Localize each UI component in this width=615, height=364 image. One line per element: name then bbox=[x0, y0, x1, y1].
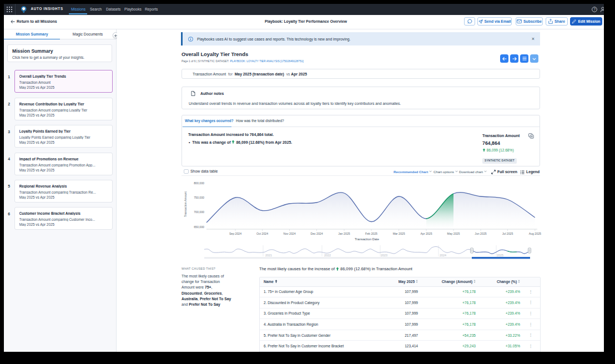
svg-text:2024: 2024 bbox=[440, 254, 446, 257]
svg-text:2025: 2025 bbox=[497, 254, 503, 257]
svg-text:700,000: 700,000 bbox=[194, 210, 204, 214]
svg-text:Jan 2025: Jan 2025 bbox=[338, 232, 350, 235]
svg-text:650,000: 650,000 bbox=[194, 225, 204, 229]
svg-text:May 2025: May 2025 bbox=[447, 232, 460, 235]
svg-text:Transaction Date: Transaction Date bbox=[355, 237, 379, 241]
svg-text:Jul 2025: Jul 2025 bbox=[502, 232, 513, 235]
svg-text:Mar 2025: Mar 2025 bbox=[393, 232, 405, 235]
svg-text:Oct 2024: Oct 2024 bbox=[256, 232, 268, 235]
svg-text:Sep 2024: Sep 2024 bbox=[229, 232, 241, 235]
svg-text:800,000: 800,000 bbox=[194, 181, 204, 185]
svg-text:Nov 2024: Nov 2024 bbox=[283, 232, 295, 235]
svg-text:Dec 2024: Dec 2024 bbox=[310, 232, 322, 235]
svg-text:Jun 2025: Jun 2025 bbox=[475, 232, 486, 235]
svg-text:Apr 2025: Apr 2025 bbox=[420, 232, 432, 235]
svg-text:2022: 2022 bbox=[324, 254, 331, 257]
svg-text:Transaction Amount: Transaction Amount bbox=[184, 191, 187, 217]
svg-text:2021: 2021 bbox=[265, 254, 272, 257]
svg-text:?: ? bbox=[593, 7, 596, 11]
svg-text:2023: 2023 bbox=[381, 254, 387, 257]
svg-text:Aug 2025: Aug 2025 bbox=[529, 232, 541, 235]
svg-text:750,000: 750,000 bbox=[194, 196, 204, 199]
svg-text:Feb 2025: Feb 2025 bbox=[365, 232, 377, 235]
